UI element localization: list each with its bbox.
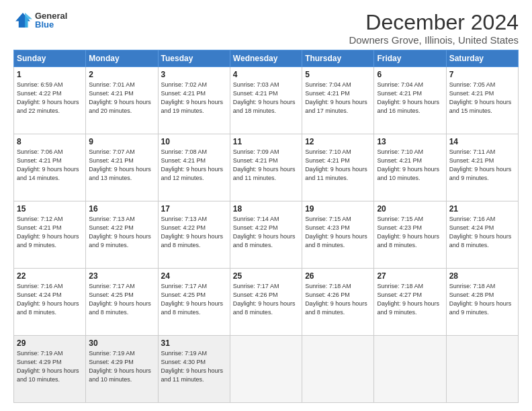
day-number: 20 (377, 204, 443, 214)
day-info: Sunrise: 7:18 AMSunset: 4:26 PMDaylight:… (305, 283, 367, 316)
day-number: 12 (305, 137, 371, 146)
day-info: Sunrise: 7:17 AMSunset: 4:25 PMDaylight:… (89, 283, 151, 316)
day-info: Sunrise: 7:10 AMSunset: 4:21 PMDaylight:… (377, 148, 439, 181)
day-number: 6 (377, 70, 443, 79)
table-row: 4 Sunrise: 7:03 AMSunset: 4:21 PMDayligh… (230, 67, 302, 134)
day-info: Sunrise: 7:04 AMSunset: 4:21 PMDaylight:… (305, 81, 367, 114)
day-number: 17 (161, 204, 227, 214)
table-row: 12 Sunrise: 7:10 AMSunset: 4:21 PMDaylig… (302, 134, 374, 201)
col-tuesday: Tuesday (158, 50, 230, 67)
day-number: 26 (305, 271, 371, 281)
day-number: 23 (89, 271, 154, 281)
main-title: December 2024 (349, 11, 519, 34)
table-row: 22 Sunrise: 7:16 AMSunset: 4:24 PMDaylig… (14, 269, 86, 336)
day-number: 4 (233, 70, 299, 79)
day-number: 22 (17, 271, 83, 281)
day-number: 28 (449, 271, 515, 281)
day-info: Sunrise: 7:18 AMSunset: 4:27 PMDaylight:… (377, 283, 439, 316)
day-info: Sunrise: 7:03 AMSunset: 4:21 PMDaylight:… (233, 81, 296, 114)
table-row: 11 Sunrise: 7:09 AMSunset: 4:21 PMDaylig… (230, 134, 302, 201)
col-wednesday: Wednesday (230, 50, 302, 67)
day-number: 24 (161, 271, 227, 281)
table-row: 20 Sunrise: 7:15 AMSunset: 4:23 PMDaylig… (374, 201, 446, 269)
table-row: 15 Sunrise: 7:12 AMSunset: 4:21 PMDaylig… (14, 201, 86, 269)
day-info: Sunrise: 7:13 AMSunset: 4:22 PMDaylight:… (89, 216, 151, 248)
table-row: 21 Sunrise: 7:16 AMSunset: 4:24 PMDaylig… (446, 201, 518, 269)
day-number: 13 (377, 137, 443, 146)
calendar-table: Sunday Monday Tuesday Wednesday Thursday… (13, 50, 519, 403)
day-number: 31 (161, 338, 227, 348)
logo: General Blue (13, 11, 67, 30)
logo-icon (13, 11, 32, 30)
day-info: Sunrise: 7:17 AMSunset: 4:26 PMDaylight:… (233, 283, 296, 316)
day-number: 16 (89, 204, 154, 214)
table-row (374, 336, 446, 403)
day-number: 1 (17, 70, 83, 79)
day-info: Sunrise: 7:17 AMSunset: 4:25 PMDaylight:… (161, 283, 224, 316)
day-number: 8 (17, 137, 83, 146)
day-number: 3 (161, 70, 227, 79)
day-info: Sunrise: 6:59 AMSunset: 4:22 PMDaylight:… (17, 81, 79, 114)
day-info: Sunrise: 7:05 AMSunset: 4:21 PMDaylight:… (449, 81, 512, 114)
day-info: Sunrise: 7:14 AMSunset: 4:22 PMDaylight:… (233, 216, 296, 248)
day-number: 27 (377, 271, 443, 281)
table-row: 7 Sunrise: 7:05 AMSunset: 4:21 PMDayligh… (446, 67, 518, 134)
day-info: Sunrise: 7:19 AMSunset: 4:29 PMDaylight:… (89, 350, 151, 383)
day-info: Sunrise: 7:07 AMSunset: 4:21 PMDaylight:… (89, 148, 151, 181)
table-row: 25 Sunrise: 7:17 AMSunset: 4:26 PMDaylig… (230, 269, 302, 336)
day-number: 25 (233, 271, 299, 281)
table-row: 2 Sunrise: 7:01 AMSunset: 4:21 PMDayligh… (86, 67, 158, 134)
calendar-week-row: 22 Sunrise: 7:16 AMSunset: 4:24 PMDaylig… (14, 269, 519, 336)
table-row: 23 Sunrise: 7:17 AMSunset: 4:25 PMDaylig… (86, 269, 158, 336)
day-info: Sunrise: 7:12 AMSunset: 4:21 PMDaylight:… (17, 216, 79, 248)
day-number: 19 (305, 204, 371, 214)
day-info: Sunrise: 7:04 AMSunset: 4:21 PMDaylight:… (377, 81, 439, 114)
day-info: Sunrise: 7:18 AMSunset: 4:28 PMDaylight:… (449, 283, 512, 316)
day-number: 30 (89, 338, 154, 348)
day-info: Sunrise: 7:01 AMSunset: 4:21 PMDaylight:… (89, 81, 151, 114)
day-info: Sunrise: 7:11 AMSunset: 4:21 PMDaylight:… (449, 148, 512, 181)
table-row: 19 Sunrise: 7:15 AMSunset: 4:23 PMDaylig… (302, 201, 374, 269)
table-row: 6 Sunrise: 7:04 AMSunset: 4:21 PMDayligh… (374, 67, 446, 134)
day-number: 11 (233, 137, 299, 146)
table-row: 16 Sunrise: 7:13 AMSunset: 4:22 PMDaylig… (86, 201, 158, 269)
table-row: 14 Sunrise: 7:11 AMSunset: 4:21 PMDaylig… (446, 134, 518, 201)
day-number: 29 (17, 338, 83, 348)
title-block: December 2024 Downers Grove, Illinois, U… (349, 11, 519, 46)
day-number: 18 (233, 204, 299, 214)
table-row (446, 336, 518, 403)
col-monday: Monday (86, 50, 158, 67)
day-info: Sunrise: 7:13 AMSunset: 4:22 PMDaylight:… (161, 216, 224, 248)
table-row: 10 Sunrise: 7:08 AMSunset: 4:21 PMDaylig… (158, 134, 230, 201)
table-row: 5 Sunrise: 7:04 AMSunset: 4:21 PMDayligh… (302, 67, 374, 134)
table-row (230, 336, 302, 403)
calendar-week-row: 15 Sunrise: 7:12 AMSunset: 4:21 PMDaylig… (14, 201, 519, 269)
day-info: Sunrise: 7:16 AMSunset: 4:24 PMDaylight:… (449, 216, 512, 248)
table-row: 8 Sunrise: 7:06 AMSunset: 4:21 PMDayligh… (14, 134, 86, 201)
table-row: 9 Sunrise: 7:07 AMSunset: 4:21 PMDayligh… (86, 134, 158, 201)
day-info: Sunrise: 7:10 AMSunset: 4:21 PMDaylight:… (305, 148, 367, 181)
table-row: 24 Sunrise: 7:17 AMSunset: 4:25 PMDaylig… (158, 269, 230, 336)
table-row: 29 Sunrise: 7:19 AMSunset: 4:29 PMDaylig… (14, 336, 86, 403)
day-number: 9 (89, 137, 154, 146)
table-row: 28 Sunrise: 7:18 AMSunset: 4:28 PMDaylig… (446, 269, 518, 336)
day-info: Sunrise: 7:06 AMSunset: 4:21 PMDaylight:… (17, 148, 79, 181)
page: General Blue December 2024 Downers Grove… (0, 0, 532, 411)
day-number: 7 (449, 70, 515, 79)
table-row (302, 336, 374, 403)
logo-text: General Blue (35, 11, 67, 29)
table-row: 17 Sunrise: 7:13 AMSunset: 4:22 PMDaylig… (158, 201, 230, 269)
day-info: Sunrise: 7:16 AMSunset: 4:24 PMDaylight:… (17, 283, 79, 316)
col-thursday: Thursday (302, 50, 374, 67)
table-row: 1 Sunrise: 6:59 AMSunset: 4:22 PMDayligh… (14, 67, 86, 134)
table-row: 3 Sunrise: 7:02 AMSunset: 4:21 PMDayligh… (158, 67, 230, 134)
col-sunday: Sunday (14, 50, 86, 67)
table-row: 26 Sunrise: 7:18 AMSunset: 4:26 PMDaylig… (302, 269, 374, 336)
day-info: Sunrise: 7:19 AMSunset: 4:29 PMDaylight:… (17, 350, 79, 383)
calendar-header-row: Sunday Monday Tuesday Wednesday Thursday… (14, 50, 519, 67)
day-number: 21 (449, 204, 515, 214)
day-info: Sunrise: 7:09 AMSunset: 4:21 PMDaylight:… (233, 148, 296, 181)
day-number: 2 (89, 70, 154, 79)
day-number: 14 (449, 137, 515, 146)
col-saturday: Saturday (446, 50, 518, 67)
